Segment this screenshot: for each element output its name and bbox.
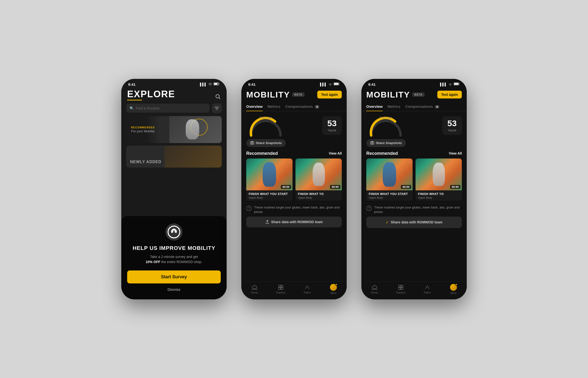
- signal-icon-3: ▌▌▌: [440, 82, 447, 86]
- mobility-header-3: MOBILITY BETA Test again: [361, 88, 467, 102]
- tab-bar-3: Overview Metrics Compensations 4: [361, 102, 467, 111]
- routine-duration-1: 99:99: [281, 185, 291, 189]
- bottom-nav-2: Home Explore Paths More: [241, 281, 347, 299]
- routine-category-1: Upper Body: [249, 196, 290, 199]
- svg-rect-22: [401, 285, 403, 287]
- nav-paths-2[interactable]: Paths: [300, 284, 315, 294]
- recommended-header: Recommended View All: [241, 149, 347, 159]
- routine-name-4: FINISH WHAT YO: [418, 192, 459, 196]
- test-again-button[interactable]: Test again: [317, 91, 342, 98]
- tab-compensations[interactable]: Compensations 4: [285, 102, 323, 111]
- start-survey-button[interactable]: Start Survey: [127, 270, 221, 284]
- score-section: 5 hrs ago 53 Squat: [241, 113, 347, 138]
- svg-rect-23: [399, 288, 401, 290]
- recommended-title-3: Recommended: [366, 151, 398, 156]
- tab-metrics-3[interactable]: Metrics: [388, 102, 404, 111]
- share-snapshots-button[interactable]: Share Snapshots: [246, 139, 286, 147]
- nav-more-3[interactable]: More: [446, 284, 461, 295]
- nav-explore-2[interactable]: Explore: [273, 284, 288, 294]
- paths-icon-2: [304, 284, 310, 290]
- nav-home-3[interactable]: Home: [367, 284, 382, 294]
- status-time-2: 9:41: [248, 82, 255, 86]
- routine-duration-2: 99:99: [330, 185, 340, 189]
- explore-underline: [127, 100, 142, 100]
- share-data-confirmed-bar[interactable]: ✓ Share data with ROMWOD team: [366, 216, 462, 228]
- compensations-badge: 4: [315, 105, 319, 108]
- view-all-link[interactable]: View All: [329, 151, 342, 155]
- phone-mobility-main: 9:41 ▌▌▌ MOBILITY BETA Test again Overvi…: [241, 79, 347, 299]
- nav-paths-3[interactable]: Paths: [420, 284, 435, 294]
- routine-card-1[interactable]: 99:99 FINISH WHAT YOU START Upper Body ·…: [246, 159, 293, 201]
- info-text-3: These routines target your glutes, lower…: [374, 205, 462, 214]
- nav-explore-3[interactable]: Explore: [393, 284, 408, 294]
- svg-rect-21: [399, 285, 401, 287]
- newly-added-banner[interactable]: NEWLY ADDED: [126, 146, 222, 168]
- status-icons-3: ▌▌▌: [440, 82, 460, 86]
- recommended-label: RECOMMENDED: [131, 126, 155, 129]
- share-data-confirmed-label: Share data with ROMWOD team: [391, 220, 442, 224]
- recommended-banner[interactable]: RECOMMENDED For your Mobility: [126, 116, 222, 143]
- score-label-3: Squat: [447, 128, 457, 132]
- tab-metrics[interactable]: Metrics: [267, 102, 284, 111]
- battery-icon-3: [454, 82, 460, 86]
- share-snapshots-label-3: Share Snapshots: [376, 141, 402, 145]
- explore-header: EXPLORE: [121, 88, 227, 103]
- routine-info-2: FINISH WHAT YO Upper Body: [295, 190, 342, 201]
- home-icon-2: [252, 284, 257, 290]
- tab-compensations-3[interactable]: Compensations 4: [405, 102, 443, 111]
- newly-added-bg: [164, 146, 222, 168]
- search-box[interactable]: 🔍 Find a Routine: [126, 104, 210, 113]
- routines-row: 99:99 FINISH WHAT YOU START Upper Body ·…: [241, 159, 347, 203]
- share-data-icon: [265, 220, 269, 224]
- check-icon: ✓: [386, 220, 389, 225]
- search-icon-small: 🔍: [130, 106, 134, 110]
- tab-overview[interactable]: Overview: [246, 102, 267, 111]
- status-bar: 9:41 ▌▌▌: [121, 79, 227, 88]
- routine-thumb-3: 99:99: [366, 159, 413, 190]
- share-data-bar[interactable]: Share data with ROMWOD team: [246, 216, 342, 227]
- status-time-3: 9:41: [368, 82, 375, 86]
- arc-time: 5 hrs ago: [246, 116, 285, 120]
- routine-menu-3[interactable]: ···: [407, 161, 411, 165]
- routine-card-3[interactable]: 99:99 FINISH WHAT YOU START Upper Body ·…: [366, 159, 413, 201]
- mobility-screen-3: 9:41 ▌▌▌ MOBILITY BETA Test again Overvi…: [361, 79, 467, 299]
- nav-more-label-2: More: [331, 292, 337, 295]
- beta-badge: BETA: [292, 92, 304, 97]
- search-icon-header[interactable]: [215, 94, 221, 100]
- nav-explore-label-3: Explore: [396, 291, 405, 294]
- score-section-3: 5 hrs ago 53 Squat: [361, 113, 467, 138]
- tab-overview-3[interactable]: Overview: [366, 102, 387, 111]
- nav-avatar-3: [450, 284, 457, 291]
- routine-menu-1[interactable]: ···: [287, 161, 291, 165]
- status-time: 9:41: [128, 82, 135, 86]
- svg-rect-15: [279, 288, 281, 290]
- nav-home-label-2: Home: [251, 291, 258, 294]
- info-icon-3: ?: [366, 205, 372, 211]
- filter-button[interactable]: [212, 103, 222, 113]
- arc-wrap-3: 5 hrs ago: [366, 115, 405, 137]
- info-row: ? These routines target your glutes, low…: [241, 203, 347, 216]
- share-snapshots-button-3[interactable]: Share Snapshots: [366, 139, 406, 147]
- routine-thumb-4: 99:99: [415, 159, 462, 190]
- routine-name-2: FINISH WHAT YO: [298, 192, 339, 196]
- recommended-sub: For your Mobility: [131, 129, 155, 133]
- mobility-title-wrap-3: MOBILITY BETA: [366, 90, 425, 99]
- test-again-button-3[interactable]: Test again: [437, 91, 462, 98]
- svg-rect-19: [370, 142, 374, 144]
- routine-card-4[interactable]: 99:99 FINISH WHAT YO Upper Body: [415, 159, 462, 201]
- info-icon: ?: [246, 205, 252, 211]
- svg-point-12: [252, 142, 253, 144]
- nav-more-2[interactable]: More: [326, 284, 341, 295]
- home-icon-3: [372, 284, 377, 290]
- routines-row-3: 99:99 FINISH WHAT YOU START Upper Body ·…: [361, 159, 467, 203]
- wifi-icon: [208, 82, 212, 86]
- view-all-link-3[interactable]: View All: [449, 151, 462, 155]
- svg-rect-13: [279, 285, 281, 287]
- explore-icon-2: [278, 284, 284, 290]
- routine-duration-3: 99:99: [401, 185, 411, 189]
- nav-home-2[interactable]: Home: [247, 284, 262, 294]
- dismiss-button[interactable]: Dismiss: [168, 287, 181, 292]
- nav-paths-label-3: Paths: [424, 291, 431, 294]
- routine-card-2[interactable]: 99:99 FINISH WHAT YO Upper Body: [295, 159, 342, 201]
- modal-desc-3: the entire ROMWOD shop.: [161, 260, 202, 264]
